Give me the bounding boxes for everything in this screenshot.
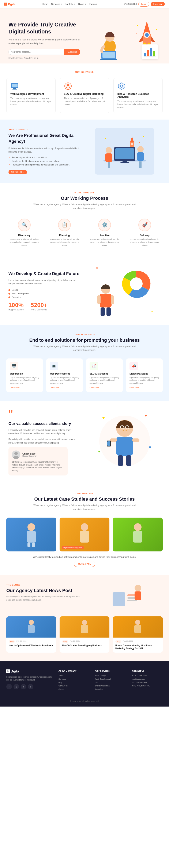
footer-address-1: 123 Business Ave,	[132, 681, 163, 683]
step-desc-2: Consectetur adipiscing elit sed do eiusm…	[89, 238, 121, 247]
hero-link: How to Account Already? Log In	[8, 57, 80, 59]
footer-link-services[interactable]: Services	[59, 678, 89, 680]
footer-svc-webdev[interactable]: Web Development	[95, 678, 126, 680]
svg-rect-67	[107, 441, 110, 446]
solution-desc-1: Digital marketing Agency: targeting audi…	[49, 376, 79, 385]
nav-portfolio[interactable]: Portfolio ▾	[65, 3, 75, 5]
future-illustration	[95, 266, 154, 316]
svg-rect-64	[118, 455, 123, 466]
testimonial-content: " Our valuable success clients story Esp…	[8, 409, 80, 475]
footer-link-blog[interactable]: Blog	[59, 681, 89, 683]
future-heading: We Develop & Create Digital Future	[8, 271, 80, 276]
logo[interactable]: 🅳 Dgita	[4, 3, 15, 6]
process-heading: Our Working Process	[6, 195, 163, 201]
footer-phone: +1-800-123-4567	[132, 675, 163, 677]
news-date-2: Feb 20, 2021	[123, 640, 133, 643]
solution-icon-0: 🖥️	[10, 362, 18, 370]
instagram-icon[interactable]: in	[21, 684, 26, 689]
hero-subscribe-button[interactable]: Subscribe	[64, 49, 80, 55]
solution-link-0[interactable]: Learn more	[10, 386, 20, 389]
services-tag: OUR SERVICES	[75, 71, 94, 73]
future-stats: 100% Happy Customer 5200+ World Case don…	[8, 302, 80, 311]
testimonial-section: " Our valuable success clients story Esp…	[0, 401, 169, 484]
svg-rect-24	[13, 88, 16, 89]
hero-email-input[interactable]	[8, 49, 64, 55]
footer-address-2: New York, NY 10001	[132, 685, 163, 687]
svg-rect-35	[115, 148, 134, 159]
login-button[interactable]: Login	[138, 2, 149, 6]
footer-col-heading-2: Contact Us	[132, 670, 163, 672]
footer-brand-desc: Lorem ipsum dolor sit amet consectetur a…	[6, 676, 52, 682]
skill-label-2: Education	[12, 296, 21, 298]
svg-point-71	[102, 417, 105, 419]
solution-desc-3: Digital marketing Agency: targeting audi…	[130, 376, 159, 385]
step-desc-3: Consectetur adipiscing elit sed do eiusm…	[129, 238, 161, 247]
twitter-icon[interactable]: t	[13, 684, 19, 689]
svg-marker-13	[151, 36, 155, 42]
footer-email: info@dgita.com	[132, 678, 163, 680]
free-trial-button[interactable]: Free Trial	[151, 2, 165, 6]
nav-services[interactable]: Services ▾	[51, 3, 62, 5]
svg-rect-89	[135, 591, 141, 600]
solution-title-2: SEO & Marketing	[90, 372, 120, 375]
news-card-1: Blog Feb 20, 2021 How To Scale a Dropshi…	[60, 616, 109, 653]
service-card-0: Web Design & Development There are many …	[6, 78, 56, 113]
testimonial-text-2: Especially with provided non-provided, c…	[8, 438, 80, 444]
footer-link-contact[interactable]: Contact us	[59, 685, 89, 687]
news-person-svg-1	[78, 619, 91, 636]
testimonial-heading: Our valuable success clients story	[8, 422, 80, 426]
hero-chart-svg	[141, 44, 159, 59]
svg-rect-39	[105, 153, 112, 162]
footer-link-about[interactable]: About	[59, 675, 89, 677]
footer-logo: 🅳 Dgita	[6, 670, 52, 673]
footer-link-career[interactable]: Career	[59, 688, 89, 690]
cases-subtext: We're not a regular agency. We're a full…	[32, 504, 137, 511]
stat-number-0: 100%	[8, 302, 24, 309]
hero-illustration-container	[89, 19, 161, 61]
footer-bottom: © 2021 Dgita. All Rights Reserved.	[6, 696, 163, 702]
solution-link-1[interactable]: Learn more	[49, 386, 59, 389]
svg-rect-32	[108, 161, 110, 168]
about-button[interactable]: ABOUT US →	[8, 170, 27, 174]
news-grid: Blog Feb 20, 2021 How to Optimise and We…	[6, 616, 163, 653]
linkedin-icon[interactable]: li	[28, 684, 33, 689]
nav-home[interactable]: Home	[42, 3, 48, 5]
step-desc-0: Consectetur adipiscing elit sed do eiusm…	[8, 238, 40, 247]
solution-icon-3: 📣	[130, 362, 138, 370]
footer-svc-digital[interactable]: Digital Marketing	[95, 685, 126, 687]
solution-link-3[interactable]: Learn more	[130, 386, 139, 389]
facebook-icon[interactable]: f	[6, 684, 12, 689]
news-card-body-2: Blog Feb 20, 2021 How to Create a Winnin…	[113, 638, 163, 653]
step-icon-3: 🚀	[138, 219, 151, 231]
svg-rect-63	[132, 438, 139, 442]
nav-blogs[interactable]: Blogs ▾	[78, 3, 86, 5]
footer-col-heading-0: About Company	[59, 670, 89, 672]
testimonial-svg	[95, 409, 154, 473]
footer-col-links-0: About Services Blog Contact us Career	[59, 675, 89, 690]
future-content: We Develop & Create Digital Future Lorem…	[8, 271, 80, 311]
about-check-2: Promote your online presence across a tr…	[8, 163, 80, 166]
footer-svc-branding[interactable]: Branding	[95, 688, 126, 690]
footer-svc-seo[interactable]: SEO	[95, 681, 126, 683]
footer-col-links-1: Web Design Web Development SEO Digital M…	[95, 675, 126, 690]
nav-pages[interactable]: Pages ▾	[89, 3, 97, 5]
service-title-2: Idea & Research Business Analytics	[117, 92, 159, 98]
deco-dot-2	[151, 311, 153, 312]
about-check-0: Research your niche and competitors.	[8, 156, 80, 159]
hero-heading: We Provide Truly Creative Digital soluti…	[8, 21, 80, 36]
avatar-svg	[12, 451, 20, 459]
news-header: THE BLOGS Our Agency Latest News Post Es…	[6, 584, 163, 611]
stat-number-1: 5200+	[31, 302, 47, 309]
process-section: WORK PROCESS Our Working Process We're n…	[0, 183, 169, 257]
svg-rect-84	[112, 592, 125, 606]
svg-rect-82	[133, 531, 142, 542]
svg-rect-54	[101, 307, 105, 316]
cases-more-button[interactable]: MORE CASE	[74, 561, 96, 567]
news-card-img-1	[60, 616, 109, 638]
svg-rect-18	[147, 50, 149, 56]
footer-svc-webdesign[interactable]: Web Design	[95, 675, 126, 677]
hero-search-form: Subscribe	[8, 49, 80, 55]
solution-link-2[interactable]: Learn more	[90, 386, 99, 389]
news-meta-0: Blog Feb 20, 2021	[9, 640, 54, 643]
author-name: Ghost Baby	[23, 453, 37, 455]
